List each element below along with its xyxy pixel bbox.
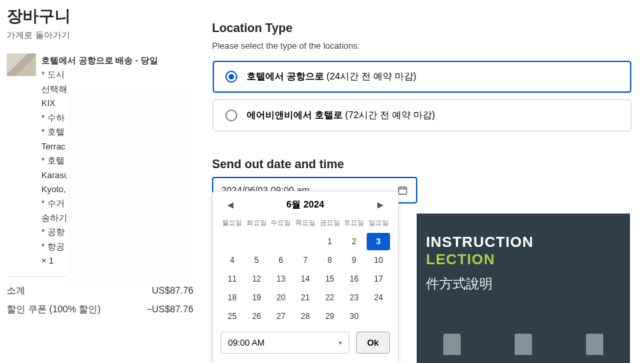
calendar-day[interactable]: 14	[294, 270, 317, 288]
calendar-day[interactable]: 28	[294, 308, 317, 325]
calendar-day[interactable]: 12	[245, 270, 269, 288]
calendar-day[interactable]: 3	[367, 233, 390, 250]
discount-value: −US$87.76	[147, 304, 193, 316]
calendar-day[interactable]: 22	[318, 289, 341, 306]
calendar-day[interactable]: 13	[269, 270, 293, 288]
calendar-day[interactable]: 6	[269, 252, 293, 269]
calendar-prev-button[interactable]: ◀	[223, 198, 237, 212]
calendar-day[interactable]: 4	[221, 252, 244, 269]
calendar-dow: 토요일	[343, 218, 366, 232]
calendar-day[interactable]: 2	[343, 233, 366, 250]
banner-figure-icon	[586, 334, 603, 355]
calendar-day[interactable]: 23	[343, 289, 366, 306]
discount-label: 할인 쿠폰 (100% 할인)	[7, 304, 101, 316]
calendar-day[interactable]: 16	[343, 270, 366, 288]
calendar-dow: 목요일	[294, 218, 317, 232]
instruction-banner: INSTRUCTION LECTION 件方式說明	[417, 214, 630, 363]
subtotal-value: US$87.76	[152, 285, 193, 297]
calendar-day[interactable]: 24	[367, 289, 390, 306]
time-value: 09:00 AM	[228, 338, 265, 348]
calendar-day[interactable]: 20	[269, 289, 293, 306]
cart-title: 장바구니	[7, 5, 193, 27]
redaction-overlay	[67, 85, 193, 286]
location-option-hotel-to-airport[interactable]: 호텔에서 공항으로 (24시간 전 예약 마감)	[213, 61, 631, 93]
banner-line-3: 件方式說明	[426, 275, 621, 293]
calendar-day[interactable]: 21	[294, 289, 317, 306]
svg-rect-0	[399, 187, 407, 194]
subtotal-label: 소계	[7, 285, 25, 297]
calendar-day[interactable]: 5	[245, 252, 269, 269]
calendar-day[interactable]: 11	[221, 270, 244, 288]
calendar-ok-button[interactable]: Ok	[356, 332, 390, 354]
chevron-down-icon: ▾	[339, 339, 342, 346]
calendar-day[interactable]: 18	[221, 289, 244, 306]
calendar-dow: 일요일	[367, 218, 390, 232]
calendar-dow: 수요일	[269, 218, 293, 232]
cart-thumbnail	[7, 53, 36, 76]
location-option-airbnb-to-hotel[interactable]: 에어비앤비에서 호텔로 (72시간 전 예약 마감)	[213, 99, 631, 131]
calendar-month-label: 6월 2024	[287, 199, 325, 211]
calendar-day[interactable]: 7	[294, 252, 317, 269]
back-to-store-link[interactable]: 가게로 돌아가기	[7, 29, 193, 41]
calendar-dow: 화요일	[245, 218, 269, 232]
option-label: 호텔에서 공항으로	[247, 71, 324, 81]
option-note: (72시간 전 예약 마감)	[343, 109, 435, 120]
cart-qty: × 1	[41, 254, 53, 268]
calendar-day[interactable]: 17	[367, 270, 390, 288]
calendar-next-button[interactable]: ▶	[374, 198, 387, 212]
option-note: (24시간 전 예약 마감)	[324, 71, 416, 81]
calendar-dow: 월요일	[221, 218, 244, 232]
calendar-icon	[397, 185, 408, 196]
calendar-day[interactable]: 27	[269, 308, 293, 325]
banner-line-1: INSTRUCTION	[426, 234, 621, 251]
cart-detail-line: * 도시	[41, 67, 188, 81]
location-type-heading: Location Type	[212, 21, 632, 35]
datetime-heading: Send out date and time	[212, 157, 632, 171]
cart-item-name: 호텔에서 공항으로 배송 - 당일	[41, 53, 188, 67]
calendar-day[interactable]: 26	[245, 308, 269, 325]
calendar-day[interactable]: 8	[318, 252, 341, 269]
banner-line-2: LECTION	[426, 251, 621, 268]
radio-icon	[225, 109, 237, 121]
banner-figure-icon	[443, 334, 461, 355]
calendar-day[interactable]: 15	[318, 270, 341, 288]
calendar-day[interactable]: 25	[221, 308, 244, 325]
calendar-popover: ◀ 6월 2024 ▶ 월요일화요일수요일목요일금요일토요일일요일1234567…	[212, 191, 399, 363]
option-label: 에어비앤비에서 호텔로	[247, 109, 343, 120]
radio-icon	[225, 71, 237, 83]
calendar-day[interactable]: 30	[343, 308, 366, 325]
calendar-day[interactable]: 29	[318, 308, 341, 325]
calendar-day[interactable]: 10	[367, 252, 390, 269]
calendar-day[interactable]: 19	[245, 289, 269, 306]
time-select[interactable]: 09:00 AM ▾	[221, 332, 349, 354]
calendar-dow: 금요일	[318, 218, 341, 232]
calendar-day[interactable]: 9	[343, 252, 366, 269]
banner-figure-icon	[515, 334, 532, 355]
location-type-subtitle: Please select the type of the locations:	[212, 41, 632, 51]
calendar-day[interactable]: 1	[318, 233, 341, 250]
